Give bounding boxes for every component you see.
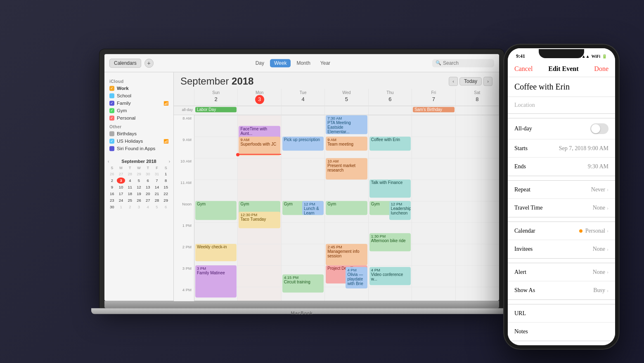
sidebar-item-birthdays[interactable]: Birthdays [104, 130, 173, 137]
search-box[interactable]: 🔍 [432, 59, 494, 67]
today-button[interactable]: Today [459, 77, 482, 85]
taco-tuesday-event[interactable]: 12:30 PM Taco Tuesday [239, 212, 280, 228]
mini-day[interactable]: 17 [117, 191, 125, 197]
mini-day[interactable]: 29 [135, 171, 143, 177]
lunch-learn-event[interactable]: 12 PM Lunch & Learn [302, 201, 324, 215]
mini-day[interactable]: 14 [153, 184, 161, 190]
sidebar-item-school[interactable]: School [104, 92, 173, 99]
day-header-sat[interactable]: Sat 8 [456, 89, 499, 106]
mini-day[interactable]: 21 [153, 191, 161, 197]
mini-day[interactable]: 25 [125, 197, 134, 203]
day-col-fri[interactable] [412, 115, 455, 301]
superfoods-event[interactable]: 9 AM Superfoods with JC [239, 137, 280, 156]
ends-field[interactable]: Ends 9:30 AM [508, 158, 615, 176]
notes-field[interactable]: Notes [508, 323, 615, 341]
alert-field[interactable]: Alert None › [508, 263, 615, 281]
mini-day[interactable]: 16 [108, 191, 116, 197]
mini-day[interactable]: 5 [135, 177, 143, 184]
sidebar-item-personal[interactable]: ✓ Personal [104, 114, 173, 122]
location-field[interactable]: Location [508, 97, 615, 114]
mini-day[interactable]: 15 [161, 184, 170, 190]
mini-day[interactable]: 22 [161, 191, 170, 197]
weekly-checkin-event[interactable]: Weekly check-in [195, 244, 237, 261]
management-event[interactable]: 2:45 PM Management info session [326, 244, 367, 265]
gym-event-sun[interactable]: Gym [195, 201, 237, 220]
day-col-wed[interactable]: 7:30 AM PTA Meeting Eastside Elementar..… [325, 115, 368, 301]
mini-day[interactable]: 26 [108, 171, 116, 177]
calendars-button[interactable]: Calendars [109, 59, 141, 68]
olivia-playdate-event[interactable]: 4 PM Olivia — playdate with Brie [346, 267, 367, 288]
market-event[interactable]: 10 AM Present market research [326, 158, 367, 179]
sidebar-item-us-holidays[interactable]: ✓ US Holidays 📶 [104, 137, 173, 145]
mini-day[interactable]: 2 [108, 177, 116, 184]
day-col-thu[interactable]: Coffee with Erin Talk with Finance [369, 115, 412, 301]
view-month-button[interactable]: Month [292, 59, 314, 67]
team-meeting-event[interactable]: 9 AM Team meeting [326, 137, 367, 151]
circuit-event[interactable]: 4:15 PM Circuit training [282, 274, 324, 292]
mini-day[interactable]: 20 [144, 191, 152, 197]
mini-day[interactable]: 30 [144, 171, 152, 177]
mini-day[interactable]: 28 [125, 171, 134, 177]
mini-day[interactable]: 27 [117, 171, 125, 177]
mini-day[interactable]: 31 [153, 171, 161, 177]
show-as-field[interactable]: Show As Busy › [508, 281, 615, 299]
mini-day[interactable]: 4 [144, 204, 152, 210]
next-week-button[interactable]: › [483, 77, 492, 86]
day-header-sun[interactable]: Sun 2 [194, 89, 238, 106]
sidebar-item-siri[interactable]: Siri Found in Apps [104, 145, 173, 152]
mini-day[interactable]: 10 [117, 184, 125, 190]
mini-day[interactable]: 6 [161, 204, 170, 210]
mini-day[interactable]: 28 [153, 197, 161, 203]
mini-day[interactable]: 2 [125, 204, 134, 210]
day-col-tue[interactable]: Pick up prescription Gym [282, 115, 325, 301]
labor-day-event[interactable]: Labor Day [195, 107, 237, 112]
day-col-sat[interactable] [456, 115, 499, 301]
repeat-field[interactable]: Repeat Never › [508, 181, 615, 199]
event-title-input[interactable]: Coffee with Erin [508, 77, 615, 97]
mini-day[interactable]: 24 [117, 197, 125, 203]
mini-day[interactable]: 29 [161, 197, 170, 203]
mini-day[interactable]: 13 [144, 184, 152, 190]
search-input[interactable] [443, 60, 491, 66]
prev-week-button[interactable]: ‹ [449, 77, 458, 86]
mini-day[interactable]: 19 [135, 191, 143, 197]
mini-day[interactable]: 18 [125, 191, 134, 197]
day-header-wed[interactable]: Wed 5 [325, 89, 368, 106]
sidebar-item-gym[interactable]: ✓ Gym [104, 107, 173, 114]
allday-toggle[interactable] [590, 123, 608, 134]
starts-field[interactable]: Starts Sep 7, 2018 9:00 AM [508, 139, 615, 158]
mini-day[interactable]: 3 [135, 204, 143, 210]
mini-day[interactable]: 12 [135, 184, 143, 190]
day-header-tue[interactable]: Tue 4 [282, 89, 325, 106]
prescription-event[interactable]: Pick up prescription [282, 137, 324, 151]
coffee-erin-event[interactable]: Coffee with Erin [369, 137, 411, 151]
add-event-button[interactable]: + [144, 59, 154, 68]
invitees-field[interactable]: Invitees None › [508, 240, 615, 258]
family-matinee-event[interactable]: 3 PM Family Matinee [195, 265, 237, 297]
pta-event[interactable]: 7:30 AM PTA Meeting Eastside Elementar..… [326, 115, 367, 134]
mini-cal-next[interactable]: › [169, 159, 170, 164]
day-header-thu[interactable]: Thu 6 [369, 89, 412, 106]
cancel-button[interactable]: Cancel [514, 65, 533, 73]
url-field[interactable]: URL [508, 304, 615, 323]
bike-ride-event[interactable]: 1:30 PM Afternoon bike ride [369, 233, 411, 251]
mini-day[interactable]: 1 [161, 171, 170, 177]
day-header-fri[interactable]: Fri 7 [412, 89, 455, 106]
mini-day[interactable]: 30 [108, 204, 116, 210]
view-day-button[interactable]: Day [251, 59, 268, 67]
sidebar-item-work[interactable]: ✓ Work [104, 85, 173, 92]
mini-day[interactable]: 4 [125, 177, 134, 184]
mini-day[interactable]: 23 [108, 197, 116, 203]
mini-cal-prev[interactable]: ‹ [108, 159, 109, 164]
leadership-event[interactable]: 12 PM Leadership luncheon [389, 201, 411, 220]
calendar-field[interactable]: Calendar Personal › [508, 222, 615, 240]
mini-day[interactable]: 27 [144, 197, 152, 203]
mini-day[interactable]: 1 [117, 204, 125, 210]
mini-day[interactable]: 26 [135, 197, 143, 203]
mini-day[interactable]: 11 [125, 184, 134, 190]
mini-day-today[interactable]: 3 [117, 177, 125, 184]
finance-event[interactable]: Talk with Finance [369, 179, 411, 198]
sidebar-item-family[interactable]: ✓ Family 📶 [104, 99, 173, 107]
mini-day[interactable]: 7 [153, 177, 161, 184]
view-year-button[interactable]: Year [316, 59, 334, 67]
